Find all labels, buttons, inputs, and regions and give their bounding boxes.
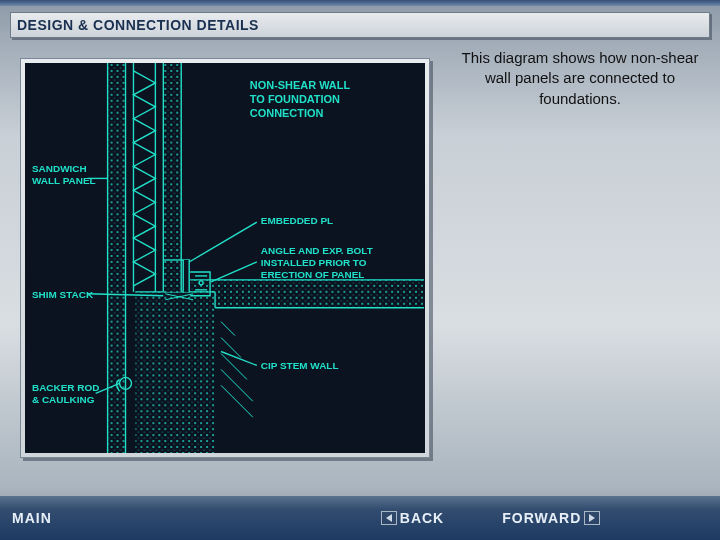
svg-text:BACKER ROD: BACKER ROD	[32, 382, 99, 393]
nav-bar: MAIN BACK FORWARD	[0, 496, 720, 540]
nav-forward-label: FORWARD	[502, 510, 581, 526]
diagram-frame: NON-SHEAR WALL TO FOUNDATION CONNECTION …	[20, 58, 430, 458]
svg-text:SHIM STACK: SHIM STACK	[32, 289, 94, 300]
svg-text:TO FOUNDATION: TO FOUNDATION	[250, 93, 340, 105]
nav-forward-button[interactable]: FORWARD	[502, 510, 603, 526]
svg-text:CIP STEM WALL: CIP STEM WALL	[261, 360, 339, 371]
diagram-caption: This diagram shows how non-shear wall pa…	[450, 48, 710, 109]
svg-line-30	[221, 369, 253, 401]
header-accent-strip	[0, 0, 720, 6]
svg-text:SANDWICH: SANDWICH	[32, 163, 87, 174]
content-area: NON-SHEAR WALL TO FOUNDATION CONNECTION …	[0, 38, 720, 496]
svg-text:ANGLE AND EXP. BOLT: ANGLE AND EXP. BOLT	[261, 245, 373, 256]
page-title: DESIGN & CONNECTION DETAILS	[17, 17, 259, 33]
svg-rect-6	[135, 292, 215, 453]
nav-main-label: MAIN	[12, 510, 52, 526]
nav-main-button[interactable]: MAIN	[12, 510, 52, 526]
arrow-left-icon	[381, 511, 397, 525]
nav-back-button[interactable]: BACK	[378, 510, 444, 526]
svg-line-27	[221, 322, 235, 336]
title-bar: DESIGN & CONNECTION DETAILS	[10, 12, 710, 38]
svg-rect-18	[183, 260, 189, 292]
svg-rect-10	[163, 63, 181, 292]
svg-line-31	[221, 385, 253, 417]
svg-text:EMBEDDED PL: EMBEDDED PL	[261, 215, 333, 226]
arrow-right-icon	[584, 511, 600, 525]
svg-text:WALL PANEL: WALL PANEL	[32, 175, 96, 186]
svg-text:ERECTION OF PANEL: ERECTION OF PANEL	[261, 269, 365, 280]
svg-text:& CAULKING: & CAULKING	[32, 394, 95, 405]
svg-text:INSTALLED PRIOR TO: INSTALLED PRIOR TO	[261, 257, 367, 268]
svg-text:NON-SHEAR WALL: NON-SHEAR WALL	[250, 79, 351, 91]
svg-line-39	[189, 222, 257, 262]
nav-back-label: BACK	[400, 510, 444, 526]
svg-line-43	[211, 262, 257, 282]
svg-rect-9	[108, 63, 126, 453]
connection-diagram: NON-SHEAR WALL TO FOUNDATION CONNECTION …	[25, 63, 425, 453]
svg-text:CONNECTION: CONNECTION	[250, 107, 324, 119]
svg-line-28	[221, 338, 241, 358]
svg-rect-3	[190, 280, 424, 308]
svg-line-29	[221, 354, 247, 380]
